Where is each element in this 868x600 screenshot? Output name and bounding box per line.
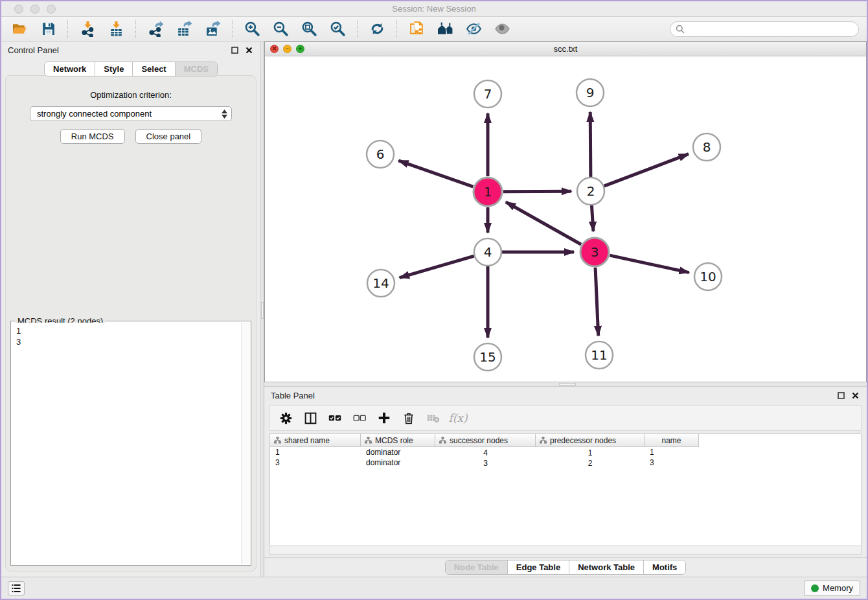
zoom-in-icon[interactable] <box>239 19 265 40</box>
select-stepper-icon <box>222 110 229 119</box>
close-panel-icon[interactable] <box>850 390 860 400</box>
graph-node-label: 4 <box>484 244 492 260</box>
graph-node-1[interactable]: 1 <box>474 178 502 206</box>
tab-select[interactable]: Select <box>133 62 175 76</box>
show-all-eye-icon[interactable] <box>489 19 515 40</box>
cell-name[interactable]: 3 <box>645 457 699 468</box>
graph-node-label: 10 <box>700 269 716 284</box>
vertical-splitter[interactable] <box>260 41 264 577</box>
graph-node-3[interactable]: 3 <box>580 238 609 266</box>
graph-node-2[interactable]: 2 <box>577 178 604 205</box>
graph-edge-1-2[interactable] <box>503 191 571 192</box>
table-toolbar: f(x) <box>269 405 862 431</box>
column-header-mcds-role[interactable]: MCDS role <box>361 434 435 447</box>
graph-edge-4-14[interactable] <box>400 256 474 277</box>
hide-selected-eye-icon[interactable] <box>461 19 486 40</box>
splitter-grip[interactable] <box>261 302 264 319</box>
network-close-button[interactable]: ✕ <box>270 45 279 53</box>
graph-node-4[interactable]: 4 <box>474 238 501 266</box>
tab-edge-table[interactable]: Edge Table <box>508 560 569 574</box>
deselect-all-checks-icon[interactable] <box>348 408 371 428</box>
close-panel-icon[interactable] <box>244 45 254 55</box>
result-scrollbar[interactable] <box>241 323 249 564</box>
graph-node-14[interactable]: 14 <box>367 270 394 297</box>
table-row[interactable]: 3dominator323 <box>270 457 861 468</box>
network-maximize-button[interactable]: + <box>296 45 304 53</box>
cell-name[interactable]: 1 <box>645 447 699 457</box>
column-header-predecessor-nodes[interactable]: predecessor nodes <box>536 434 645 447</box>
select-all-checks-icon[interactable] <box>323 408 347 428</box>
graph-node-15[interactable]: 15 <box>474 343 501 371</box>
network-canvas[interactable]: 7961284314101511 <box>265 56 866 382</box>
zoom-selected-icon[interactable] <box>325 19 350 40</box>
cell-successor-nodes[interactable]: 4 <box>435 447 536 457</box>
float-panel-icon[interactable] <box>229 45 240 55</box>
function-builder-icon[interactable]: f(x) <box>446 408 470 428</box>
cell-predecessor-nodes[interactable]: 2 <box>536 457 645 468</box>
export-image-icon[interactable] <box>200 19 225 40</box>
settings-gear-icon[interactable] <box>274 408 297 428</box>
open-folder-icon[interactable] <box>6 19 32 40</box>
graph-edge-2-3[interactable] <box>591 205 593 231</box>
table-hscrollbar[interactable] <box>269 546 862 555</box>
graph-node-label: 7 <box>484 86 492 102</box>
export-network-icon[interactable] <box>143 19 168 40</box>
cell-successor-nodes[interactable]: 3 <box>435 457 536 468</box>
zoom-fit-icon[interactable] <box>296 19 322 40</box>
graph-node-9[interactable]: 9 <box>577 79 604 106</box>
tab-network-table[interactable]: Network Table <box>569 560 644 574</box>
graph-edge-2-9[interactable] <box>590 112 591 177</box>
optimization-criterion-label: Optimization criterion: <box>90 90 172 100</box>
table-panel-title: Table Panel <box>271 391 315 400</box>
cell-shared-name[interactable]: 1 <box>270 447 361 457</box>
table-row[interactable]: 1dominator411 <box>270 447 861 457</box>
tab-network[interactable]: Network <box>45 62 95 76</box>
task-history-icon[interactable] <box>8 581 25 595</box>
graph-node-6[interactable]: 6 <box>367 141 394 168</box>
close-panel-button[interactable]: Close panel <box>135 129 202 144</box>
import-table-icon[interactable] <box>103 19 129 40</box>
import-network-icon[interactable] <box>74 19 100 40</box>
tab-mcds[interactable]: MCDS <box>176 62 217 76</box>
cell-mcds-role[interactable]: dominator <box>361 457 435 468</box>
delete-columns-trash-icon[interactable] <box>397 408 420 428</box>
column-header-shared-name[interactable]: shared name <box>270 434 361 447</box>
search-input[interactable] <box>670 21 859 37</box>
network-window-controls: ✕ − + <box>270 45 304 53</box>
graph-node-11[interactable]: 11 <box>586 341 613 369</box>
graph-edge-3-1[interactable] <box>506 202 581 245</box>
float-panel-icon[interactable] <box>836 390 846 400</box>
memory-button[interactable]: Memory <box>804 581 860 596</box>
column-header-successor-nodes[interactable]: successor nodes <box>435 434 536 447</box>
splitter-grip[interactable] <box>559 383 576 386</box>
network-minimize-button[interactable]: − <box>283 45 291 53</box>
export-table-icon[interactable] <box>171 19 197 40</box>
add-column-icon[interactable] <box>372 408 396 428</box>
graph-edge-2-8[interactable] <box>604 154 689 187</box>
graph-edge-3-11[interactable] <box>595 268 599 336</box>
graph-edge-3-10[interactable] <box>610 255 689 273</box>
tab-style[interactable]: Style <box>95 62 133 76</box>
network-from-selection-icon[interactable] <box>404 19 429 40</box>
save-icon[interactable] <box>35 19 61 40</box>
horizontal-splitter[interactable] <box>264 382 867 387</box>
refresh-icon[interactable] <box>364 19 390 40</box>
graph-node-7[interactable]: 7 <box>474 80 501 108</box>
mcds-result-text[interactable]: 1 3 <box>12 323 241 564</box>
tab-motifs[interactable]: Motifs <box>644 560 685 574</box>
column-header-name[interactable]: name <box>645 434 699 447</box>
run-mcds-button[interactable]: Run MCDS <box>60 129 125 144</box>
first-neighbors-icon[interactable] <box>432 19 458 40</box>
optimization-criterion-select[interactable]: strongly connected component <box>30 106 232 121</box>
cell-mcds-role[interactable]: dominator <box>361 447 435 457</box>
cell-predecessor-nodes[interactable]: 1 <box>536 447 645 457</box>
network-window-titlebar: scc.txt ✕ − + <box>265 42 866 56</box>
graph-node-10[interactable]: 10 <box>694 263 722 290</box>
tab-node-table[interactable]: Node Table <box>446 560 508 574</box>
toggle-columns-icon[interactable] <box>299 408 322 428</box>
graph-edge-1-6[interactable] <box>398 161 473 187</box>
delete-table-icon[interactable] <box>422 408 445 428</box>
cell-shared-name[interactable]: 3 <box>270 457 361 468</box>
zoom-out-icon[interactable] <box>268 19 293 40</box>
graph-node-8[interactable]: 8 <box>693 133 720 161</box>
